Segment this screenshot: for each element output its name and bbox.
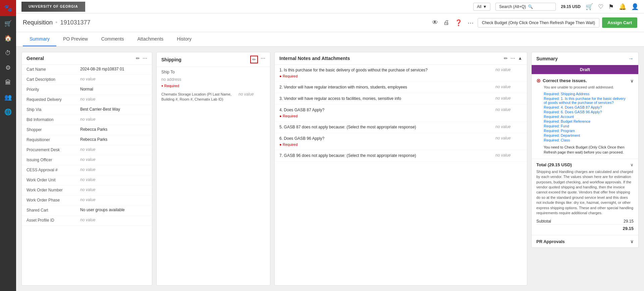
subtotal-value: 29.15 [624,219,634,224]
help-button[interactable]: ❓ [453,18,464,28]
field-label-work-order-phase: Work Order Phase [26,197,80,202]
field-label-cart-name: Cart Name [26,67,80,72]
notes-q4-required: ● Required [279,114,492,119]
all-label: All [477,4,481,9]
notes-q4-text: 4. Does GASB 87 Apply? ● Required [279,107,492,119]
error-link-shipping[interactable]: Required: Shipping Address [544,92,626,96]
sidebar-item-clock[interactable]: ⏱ [0,46,16,60]
field-label-ship-via: Ship Via [26,107,80,112]
error-link-class[interactable]: Required: Class [544,138,626,142]
notes-q4-value: no value [495,107,522,112]
field-value-work-order-unit: no value [80,177,147,182]
field-value-ship-via: Best Carrier-Best Way [80,107,147,112]
error-link-department[interactable]: Required: Department [544,133,626,137]
field-bid-info: Bid Information no value [22,115,152,125]
ship-no-address: no address [157,76,270,83]
error-link-gasb96[interactable]: Required: 6. Does GASB 96 Apply? [544,110,626,114]
header-dot: • [55,19,57,26]
uga-logo-text: UNIVERSITY OF GEORGIA [29,5,78,8]
flag-icon[interactable]: ⚑ [608,3,614,10]
sidebar-item-people[interactable]: 👥 [0,90,16,105]
field-issuing-officer: Issuing Officer no value [22,155,152,165]
main-wrapper: UNIVERSITY OF GEORGIA All ▼ Search (Alt+… [16,0,644,291]
shipping-title: Shipping [161,57,181,62]
error-link-fund[interactable]: Required: Fund [544,124,626,128]
field-value-issuing-officer: no value [80,157,147,162]
field-work-order-phase: Work Order Phase no value [22,195,152,206]
search-label: Search (Alt+Q) [499,4,526,9]
tab-history[interactable]: History [170,32,198,46]
ship-to-section: Ship To no address Required [157,67,270,90]
field-value-cart-desc: no value [80,77,147,81]
error-subtitle: You are unable to proceed until addresse… [544,85,634,89]
sidebar-item-globe[interactable]: 🌐 [0,105,16,119]
field-label-priority: Priority [26,87,80,92]
error-link-program[interactable]: Required: Program [544,129,626,133]
assign-cart-button[interactable]: Assign Cart [602,17,637,28]
sidebar-item-cart[interactable]: 🛒 [0,16,16,31]
general-edit-icon[interactable]: ✏ [136,56,140,61]
field-procurement-desk: Procurement Desk no value [22,145,152,155]
more-options-button[interactable]: ⋯ [466,18,475,28]
heart-icon[interactable]: ♡ [598,3,603,10]
eye-button[interactable]: 👁 [431,18,439,27]
field-work-order-number: Work Order Number no value [22,185,152,195]
error-link-q1[interactable]: Required: 1. Is this purchase for the ba… [544,97,626,105]
error-note: You need to Check Budget (Only Click Onc… [544,145,626,155]
chematix-row: Chematix Storage Location (PI Last Name,… [157,90,270,104]
error-section: ⊗ Correct these issues. ∨ You are unable… [532,74,638,159]
internal-notes-header-icons: ✏ ⋯ ▲ [504,56,522,61]
notes-question-4: 4. Does GASB 87 Apply? ● Required no val… [275,105,527,122]
pr-approvals-chevron[interactable]: ∨ [630,239,634,244]
error-circle-icon: ⊗ [536,77,541,84]
internal-notes-edit-icon[interactable]: ✏ [504,56,508,61]
cart-amount: 29.15 USD [561,4,581,9]
user-icon[interactable]: 👤 [631,3,639,10]
total-desc: Shipping and Handling charges are calcul… [536,169,634,216]
field-label-req-delivery: Requested Delivery [26,97,80,102]
sidebar-item-home[interactable]: 🏠 [0,31,16,46]
field-cart-name: Cart Name 2024-08-28 rsp10837 01 [22,65,152,75]
sidebar-item-gear[interactable]: ⚙ [0,60,16,75]
sidebar-item-building[interactable]: 🏛 [0,75,16,90]
draft-banner: Draft [532,65,638,74]
field-label-bid-info: Bid Information [26,117,80,122]
error-collapse-icon[interactable]: ∨ [630,78,634,83]
tab-comments[interactable]: Comments [95,32,131,46]
shipping-edit-icon[interactable]: ✏ [250,56,258,63]
sidebar-logo: 🐾 [0,0,16,16]
general-more-icon[interactable]: ⋯ [143,56,147,61]
shipping-card-header: Shipping ✏ ⋯ [157,52,270,67]
pr-approvals-section: PR Approvals ∨ [532,235,638,247]
summary-card: Summary → Draft ⊗ Correct these issues. … [531,52,639,248]
field-label-procurement-desk: Procurement Desk [26,147,80,152]
summary-expand-arrow[interactable]: → [628,56,634,62]
general-title: General [26,56,44,61]
cart-nav-icon[interactable]: 🛒 [586,3,593,10]
bell-icon[interactable]: 🔔 [619,3,626,10]
total-chevron[interactable]: ∨ [630,162,634,167]
general-card-header: General ✏ ⋯ [22,52,152,65]
error-link-account[interactable]: Required: Account [544,115,626,119]
notes-q6-value: no value [495,136,522,140]
internal-notes-header: Internal Notes and Attachments ✏ ⋯ ▲ [275,52,527,65]
error-link-gasb87[interactable]: Required: 4. Does GASB 87 Apply? [544,105,626,109]
total-row: 29.15 [536,224,634,232]
print-button[interactable]: 🖨 [442,18,451,27]
tab-summary[interactable]: Summary [23,32,56,46]
check-budget-button[interactable]: Check Budget (Only Click Once Then Refre… [478,18,599,27]
error-link-budget-ref[interactable]: Required: Budget Reference [544,119,626,123]
internal-notes-more-icon[interactable]: ⋯ [511,56,515,61]
tab-attachments[interactable]: Attachments [131,32,170,46]
sidebar: 🐾 🛒 🏠 ⏱ ⚙ 🏛 👥 🌐 [0,0,16,291]
field-value-shared-cart: No user groups available [80,208,147,212]
pencil-icon: ✏ [252,57,256,62]
summary-card-header: Summary → [532,52,638,65]
all-dropdown[interactable]: All ▼ [473,3,490,11]
uga-logo-area: UNIVERSITY OF GEORGIA [21,2,85,12]
shipping-required-badge: Required [157,83,270,90]
tab-po-preview[interactable]: PO Preview [56,32,95,46]
internal-notes-collapse-icon[interactable]: ▲ [518,56,522,61]
search-box[interactable]: Search (Alt+Q) 🔍 [495,3,556,11]
shipping-more-icon[interactable]: ⋯ [261,56,265,63]
